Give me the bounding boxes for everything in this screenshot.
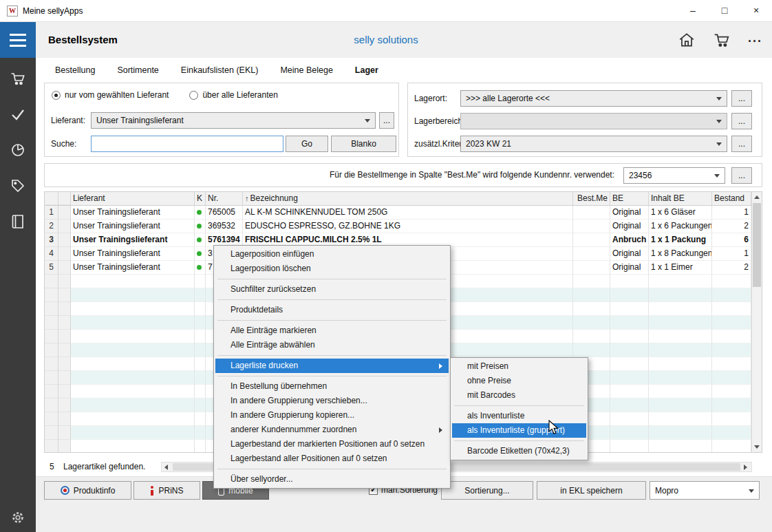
mopro-value: Mopro — [655, 486, 678, 496]
window-title: Meine sellyApps — [23, 0, 83, 22]
menu-item-gruppierung-kopieren[interactable]: In andere Gruppierung kopieren... — [215, 408, 449, 423]
sidebar-item-catalog-icon[interactable] — [10, 213, 26, 232]
sortierung-button[interactable]: Sortierung... — [441, 481, 533, 500]
header-nr[interactable]: Nr. — [206, 192, 243, 205]
go-button[interactable]: Go — [286, 136, 328, 152]
header-bezeichnung[interactable]: ↑Bezeichnung — [243, 192, 573, 205]
mopro-select[interactable]: Mopro — [650, 481, 760, 500]
submenu-item-als-inventurliste[interactable]: als Inventurliste — [452, 409, 586, 423]
produktinfo-button[interactable]: Produktinfo — [44, 481, 131, 500]
menu-item-lagerposition-loeschen[interactable]: Lagerposition löschen — [215, 262, 449, 276]
kriterium-more-button[interactable]: ... — [731, 136, 752, 152]
scroll-left-icon[interactable] — [162, 462, 172, 471]
tab-meine-belege[interactable]: Meine Belege — [280, 65, 332, 75]
cell-bestme[interactable] — [573, 206, 610, 220]
kundennr-more-button[interactable]: ... — [731, 167, 752, 184]
menu-item-markierte-auf-0[interactable]: Lagerbestand der markierten Positionen a… — [215, 437, 449, 451]
sidebar-item-tag-icon[interactable] — [10, 178, 26, 196]
brand-text: selly solutions — [0, 22, 772, 58]
radio-alle-lieferanten[interactable] — [189, 91, 198, 100]
header-bestand[interactable]: Bestand — [712, 192, 751, 205]
lieferant-more-button[interactable]: ... — [379, 112, 394, 129]
cell-be: Original — [610, 261, 649, 275]
tab-bestellung[interactable]: Bestellung — [55, 65, 95, 75]
table-row[interactable]: 1 Unser Trainingslieferant 765005 AL K-M… — [45, 206, 751, 220]
sidebar-item-check-icon[interactable] — [10, 106, 26, 125]
submenu-item-mit-barcodes[interactable]: mit Barcodes — [452, 388, 586, 403]
menu-item-gruppierung-verschieben[interactable]: In andere Gruppierung verschieben... — [215, 394, 449, 408]
tab-einkaufslisten[interactable]: Einkaufslisten (EKL) — [181, 65, 259, 75]
maximize-button[interactable]: □ — [709, 0, 740, 22]
cell-bestme[interactable] — [573, 247, 610, 261]
cell-bestme[interactable] — [573, 220, 610, 233]
menu-item-produktdetails[interactable]: Produktdetails — [215, 303, 449, 317]
table-row[interactable]: 2 Unser Trainingslieferant 369532 EDUSCH… — [45, 220, 751, 233]
lieferant-select[interactable]: Unser Trainingslieferant — [91, 112, 376, 129]
menu-separator — [217, 355, 447, 356]
menu-item-ueber-sellyorder[interactable]: Über sellyorder... — [215, 472, 449, 487]
cart-icon[interactable] — [712, 31, 731, 49]
menu-item-kundennummer-zuordnen[interactable]: anderer Kundennummer zuordnen — [215, 423, 449, 437]
header-be[interactable]: BE — [610, 192, 649, 205]
sidebar-item-pie-chart-icon[interactable] — [10, 142, 26, 160]
header-lieferant[interactable]: Lieferant — [71, 192, 195, 205]
lieferant-value: Unser Trainingslieferant — [96, 116, 184, 125]
cell-be: Original — [610, 206, 649, 220]
cell-bestme[interactable] — [573, 261, 610, 275]
result-text: Lagerartikel gefunden. — [63, 462, 145, 471]
search-input[interactable] — [91, 136, 283, 152]
prins-button[interactable]: PRiNS — [133, 481, 200, 500]
lagerbereich-label: Lagerbereich: — [414, 116, 464, 126]
cell-lieferant: Unser Trainingslieferant — [71, 247, 195, 261]
vertical-scrollbar[interactable] — [751, 192, 762, 452]
cell-k — [195, 247, 206, 261]
home-icon[interactable] — [678, 31, 696, 49]
settings-gear-icon[interactable] — [0, 510, 36, 525]
minimize-button[interactable]: – — [677, 0, 709, 22]
submenu-item-barcode-etiketten[interactable]: Barcode Etiketten (70x42,3) — [452, 444, 586, 458]
header-more-button[interactable]: ... — [748, 31, 762, 50]
cell-bestand: 1 — [712, 206, 751, 220]
scroll-down-icon[interactable] — [752, 442, 762, 452]
row-number: 5 — [45, 261, 58, 275]
vertical-scroll-thumb[interactable] — [753, 203, 761, 287]
header-k[interactable]: K — [195, 192, 206, 205]
menu-item-alle-auf-0[interactable]: Lagerbestand aller Positionen auf 0 setz… — [215, 451, 449, 466]
kriterium-select[interactable]: 2023 KW 21 — [460, 136, 727, 152]
sidebar-item-cart-icon[interactable] — [10, 70, 26, 89]
menu-item-alle-abwaehlen[interactable]: Alle Einträge abwählen — [215, 338, 449, 352]
tab-sortimente[interactable]: Sortimente — [117, 65, 158, 75]
produktinfo-icon — [61, 486, 69, 495]
header-inhalt-be[interactable]: Inhalt BE — [649, 192, 712, 205]
menu-item-lagerliste-drucken[interactable]: Lagerliste drucken — [215, 359, 449, 373]
submenu-item-mit-preisen[interactable]: mit Preisen — [452, 359, 586, 374]
cell-bestand: 2 — [712, 220, 751, 233]
menu-separator — [217, 376, 447, 376]
lagerort-more-button[interactable]: ... — [731, 90, 752, 107]
chevron-down-icon — [716, 97, 722, 100]
submenu-item-ohne-preise[interactable]: ohne Preise — [452, 374, 586, 388]
scroll-right-icon[interactable] — [741, 462, 751, 471]
cell-inhalt: 1 x 6 Gläser — [649, 206, 712, 220]
table-header-row: Lieferant K Nr. ↑Bezeichnung Best.Me BE … — [45, 192, 751, 206]
header-bestme[interactable]: Best.Me — [573, 192, 610, 205]
menu-item-in-bestellung-uebernehmen[interactable]: In Bestellung übernehmen — [215, 379, 449, 394]
cell-bestme[interactable] — [573, 233, 610, 247]
tab-lager[interactable]: Lager — [355, 65, 378, 75]
blanko-button[interactable]: Blanko — [331, 136, 396, 152]
menu-item-lagerposition-einfuegen[interactable]: Lagerposition einfügen — [215, 247, 449, 262]
ekl-speichern-button[interactable]: in EKL speichern — [537, 481, 646, 500]
scroll-up-icon[interactable] — [752, 192, 762, 202]
lagerbereich-more-button[interactable]: ... — [731, 113, 752, 129]
chevron-down-icon — [714, 174, 720, 178]
kundennr-select[interactable]: 23456 — [623, 167, 725, 184]
menu-item-suchfilter-zuruecksetzen[interactable]: Suchfilter zurücksetzen — [215, 282, 449, 297]
menu-item-alle-markieren[interactable]: Alle Einträge markieren — [215, 323, 449, 338]
close-button[interactable]: × — [740, 0, 772, 22]
cell-nr: 369532 — [206, 220, 243, 233]
submenu-item-als-inventurliste-gruppiert[interactable]: als Inventurliste (gruppiert) — [452, 423, 586, 438]
kriterium-label: zusätzl.Kriter: — [414, 139, 464, 149]
lager-filter-group: Lagerort: >>> alle Lagerorte <<< ... Lag… — [407, 83, 762, 157]
lagerort-select[interactable]: >>> alle Lagerorte <<< — [460, 90, 727, 107]
radio-nur-gewaehlter-lieferant[interactable] — [52, 91, 61, 100]
